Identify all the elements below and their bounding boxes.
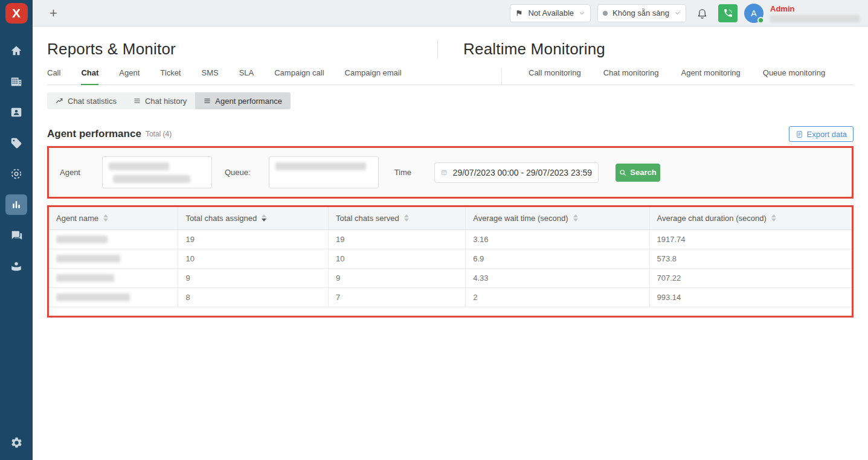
agent-performance-table: Agent name Total chats assigned Total ch… — [49, 207, 852, 307]
sort-icon[interactable] — [573, 214, 578, 222]
cell-avg-wait: 6.9 — [466, 249, 649, 268]
contacts-icon[interactable] — [5, 102, 27, 123]
cell-agent-name — [49, 249, 178, 268]
subtab-chat-history[interactable]: Chat history — [125, 92, 195, 109]
chevron-down-icon — [674, 10, 681, 16]
column-total-chats-assigned[interactable]: Total chats assigned — [178, 207, 329, 229]
list-icon — [133, 97, 141, 104]
main-tabs: Call Chat Agent Ticket SMS SLA Campaign … — [47, 68, 854, 85]
availability-dropdown[interactable]: Not Available — [510, 4, 591, 22]
trend-line-icon — [56, 97, 63, 105]
tab-campaign-call[interactable]: Campaign call — [274, 68, 324, 85]
company-icon[interactable] — [5, 71, 27, 92]
status-dot-icon — [603, 11, 608, 16]
chat-icon[interactable] — [5, 225, 27, 246]
subtab-label: Chat statistics — [68, 97, 117, 106]
subtab-chat-statistics[interactable]: Chat statistics — [47, 92, 125, 109]
list-icon — [204, 97, 211, 104]
tab-sms[interactable]: SMS — [201, 68, 218, 85]
section-total-count: Total (4) — [146, 130, 172, 138]
cell-agent-name — [49, 287, 178, 307]
target-icon[interactable] — [5, 164, 27, 184]
column-average-wait-time[interactable]: Average wait time (second) — [466, 207, 649, 229]
presence-dot-icon — [757, 17, 764, 24]
date-range-input[interactable]: 29/07/2023 00:00 - 29/07/2023 23:59 — [434, 162, 599, 183]
page-content: Reports & Monitor Realtime Monitoring Ca… — [33, 27, 868, 460]
cell-total-assigned: 8 — [178, 287, 329, 307]
column-total-chats-served[interactable]: Total chats served — [328, 207, 465, 229]
redacted-agent-name — [56, 235, 108, 243]
cell-avg-wait: 2 — [466, 287, 649, 307]
tab-sla[interactable]: SLA — [239, 68, 254, 85]
chat-subtabs: Chat statistics Chat history Agent perfo… — [47, 92, 291, 109]
export-label: Export data — [807, 130, 847, 139]
column-average-chat-duration[interactable]: Average chat duration (second) — [649, 207, 852, 229]
column-label: Total chats assigned — [185, 214, 257, 223]
new-tab-button[interactable]: + — [50, 7, 57, 20]
agent-status-dropdown[interactable]: Không sẵn sàng — [597, 4, 686, 22]
tab-agent[interactable]: Agent — [119, 68, 140, 85]
cell-avg-wait: 4.33 — [466, 268, 649, 287]
filter-panel-annotation: Agent Queue: Time 29/07/2023 00:00 - 29/… — [47, 146, 854, 199]
user-avatar[interactable]: A — [744, 4, 764, 23]
tab-call-monitoring[interactable]: Call monitoring — [529, 68, 581, 85]
subtab-label: Chat history — [145, 97, 187, 106]
search-icon — [619, 169, 626, 176]
export-data-button[interactable]: Export data — [789, 126, 854, 142]
settings-gear-icon[interactable] — [5, 432, 27, 453]
table-row[interactable]: 8 7 2 993.14 — [49, 287, 852, 307]
reports-icon[interactable] — [5, 194, 27, 215]
redacted-queue-value — [275, 162, 366, 170]
tab-campaign-email[interactable]: Campaign email — [345, 68, 402, 85]
sidebar: X — [0, 0, 33, 460]
queue-filter-label: Queue: — [225, 168, 251, 177]
tab-ticket[interactable]: Ticket — [160, 68, 181, 85]
column-label: Average chat duration (second) — [657, 214, 767, 223]
agent-filter-input[interactable] — [102, 156, 212, 188]
redacted-user-fullname — [770, 15, 860, 22]
search-label: Search — [630, 168, 656, 177]
cell-avg-duration: 573.8 — [649, 249, 852, 268]
table-header-row: Agent name Total chats assigned Total ch… — [49, 207, 852, 229]
cell-total-served: 9 — [328, 268, 465, 287]
redacted-agent-value — [109, 162, 169, 170]
tab-chat[interactable]: Chat — [81, 68, 98, 85]
tab-call[interactable]: Call — [47, 68, 60, 85]
brand-logo[interactable]: X — [5, 3, 28, 24]
redacted-agent-name — [56, 293, 130, 301]
cell-avg-duration: 1917.74 — [649, 229, 852, 249]
time-filter-label: Time — [394, 168, 411, 177]
column-agent-name[interactable]: Agent name — [49, 207, 178, 229]
product-icon[interactable] — [5, 256, 27, 276]
tab-agent-monitoring[interactable]: Agent monitoring — [681, 68, 740, 85]
sort-icon[interactable] — [404, 214, 409, 222]
cell-total-assigned: 19 — [178, 229, 329, 249]
user-info[interactable]: Admin — [770, 4, 861, 22]
dialer-phone-button[interactable] — [718, 4, 738, 22]
table-row[interactable]: 9 9 4.33 707.22 — [49, 268, 852, 287]
table-row[interactable]: 10 10 6.9 573.8 — [49, 249, 852, 268]
column-label: Agent name — [56, 214, 98, 223]
home-icon[interactable] — [5, 40, 27, 61]
subtab-agent-performance[interactable]: Agent performance — [195, 92, 291, 109]
column-label: Total chats served — [336, 214, 399, 223]
cell-total-served: 10 — [328, 249, 465, 268]
queue-filter-input[interactable] — [269, 156, 379, 188]
results-table-annotation: Agent name Total chats assigned Total ch… — [47, 205, 854, 318]
sort-icon[interactable] — [771, 214, 776, 222]
document-icon — [796, 130, 803, 138]
search-button[interactable]: Search — [616, 164, 660, 182]
notifications-bell-icon[interactable] — [693, 7, 712, 19]
cell-total-served: 19 — [328, 229, 465, 249]
sort-icon[interactable] — [103, 214, 108, 222]
tab-queue-monitoring[interactable]: Queue monitoring — [763, 68, 825, 85]
agent-status-value: Không sẵn sàng — [612, 8, 669, 18]
cell-total-assigned: 10 — [178, 249, 329, 268]
tab-chat-monitoring[interactable]: Chat monitoring — [603, 68, 659, 85]
tags-icon[interactable] — [5, 133, 27, 153]
reports-page-title: Reports & Monitor — [47, 40, 437, 59]
sort-icon-active-desc[interactable] — [262, 214, 266, 222]
flag-icon — [515, 9, 523, 17]
redacted-agent-value — [113, 175, 190, 183]
table-row[interactable]: 19 19 3.16 1917.74 — [49, 229, 852, 249]
